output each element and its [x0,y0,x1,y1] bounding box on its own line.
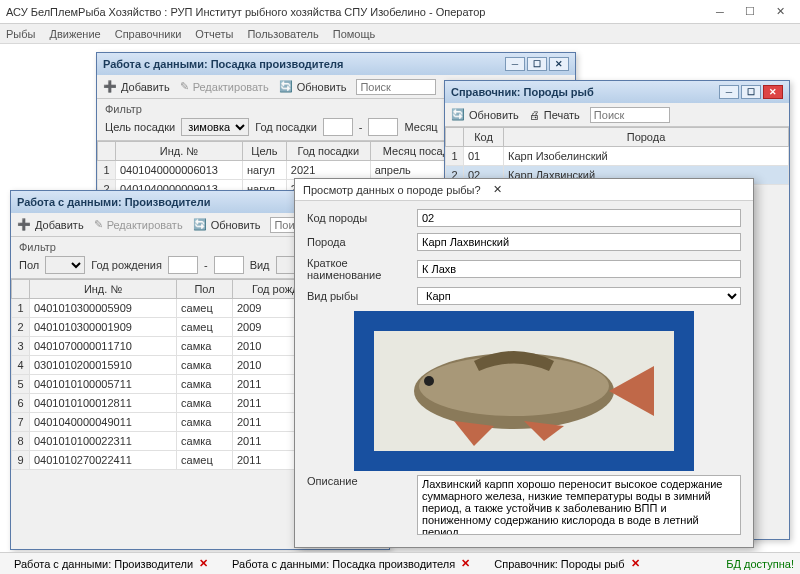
sex-select[interactable] [45,256,85,274]
svg-point-6 [424,376,434,386]
year-to-input[interactable] [214,256,244,274]
status-tab[interactable]: Справочник: Породы рыб✕ [486,557,647,570]
svg-point-2 [419,356,609,416]
maximize-icon[interactable]: ☐ [736,3,764,21]
add-button[interactable]: ➕ Добавить [17,218,84,231]
maximize-icon[interactable]: ☐ [527,57,547,71]
close-icon[interactable]: ✕ [763,85,783,99]
porody-grid[interactable]: КодПорода 101Карп Изобелинский 202Карп Л… [445,127,789,185]
close-icon[interactable]: ✕ [199,557,208,570]
statusbar: Работа с данными: Производители✕ Работа … [0,552,800,574]
window-title: Работа с данными: Производители [17,196,210,208]
close-icon[interactable]: ✕ [493,183,502,196]
year-from-input[interactable] [323,118,353,136]
search-input[interactable] [356,79,436,95]
table-row: 101Карп Изобелинский [446,147,789,166]
app-titlebar: АСУ БелПлемРыба Хозяйство : РУП Институт… [0,0,800,24]
menu-help[interactable]: Помощь [333,28,376,40]
close-icon[interactable]: ✕ [549,57,569,71]
maximize-icon[interactable]: ☐ [741,85,761,99]
edit-button[interactable]: ✎ Редактировать [94,218,183,231]
app-title: АСУ БелПлемРыба Хозяйство : РУП Институт… [6,6,485,18]
window-title: Справочник: Породы рыб [451,86,594,98]
menu-move[interactable]: Движение [49,28,100,40]
minimize-icon[interactable]: ─ [706,3,734,21]
kind-select[interactable]: Карп [417,287,741,305]
year-to-input[interactable] [368,118,398,136]
db-status: БД доступна! [726,558,794,570]
add-button[interactable]: ➕ Добавить [103,80,170,93]
dialog-breed-view: Просмотр данных о породе рыбы ? ✕ Код по… [294,178,754,548]
breed-field[interactable] [417,233,741,251]
print-button[interactable]: 🖨 Печать [529,109,580,121]
status-tab[interactable]: Работа с данными: Посадка производителя✕ [224,557,478,570]
window-title: Работа с данными: Посадка производителя [103,58,343,70]
short-field[interactable] [417,260,741,278]
close-icon[interactable]: ✕ [766,3,794,21]
menu-user[interactable]: Пользователь [247,28,318,40]
refresh-button[interactable]: 🔄 Обновить [279,80,347,93]
menu-fish[interactable]: Рыбы [6,28,35,40]
edit-button[interactable]: ✎ Редактировать [180,80,269,93]
menu-reports[interactable]: Отчеты [195,28,233,40]
help-icon[interactable]: ? [475,184,481,196]
menubar: Рыбы Движение Справочники Отчеты Пользов… [0,24,800,44]
close-icon[interactable]: ✕ [461,557,470,570]
goal-select[interactable]: зимовка [181,118,249,136]
code-field[interactable] [417,209,741,227]
minimize-icon[interactable]: ─ [719,85,739,99]
status-tab[interactable]: Работа с данными: Производители✕ [6,557,216,570]
menu-refs[interactable]: Справочники [115,28,182,40]
refresh-button[interactable]: 🔄 Обновить [193,218,261,231]
desc-field[interactable] [417,475,741,535]
search-input[interactable] [590,107,670,123]
close-icon[interactable]: ✕ [631,557,640,570]
fish-image [354,311,694,471]
dialog-title: Просмотр данных о породе рыбы [303,184,475,196]
minimize-icon[interactable]: ─ [505,57,525,71]
refresh-button[interactable]: 🔄 Обновить [451,108,519,121]
year-from-input[interactable] [168,256,198,274]
